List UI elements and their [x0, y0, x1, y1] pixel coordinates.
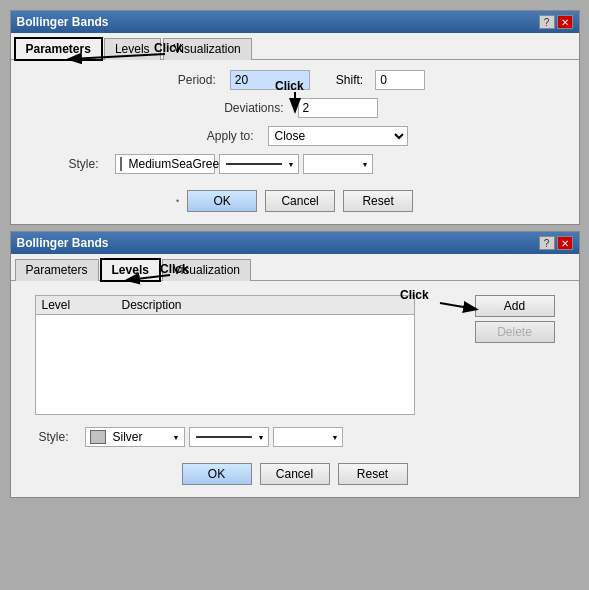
style-row-2: Style: Silver ▼ ▼ ▼ [27, 427, 563, 447]
dialog1-content: Period: Shift: Deviations: Apply to: Clo… [11, 60, 579, 224]
close-button-1[interactable]: ✕ [557, 15, 573, 29]
tab-visualization-2[interactable]: Visualization [162, 259, 251, 281]
levels-header: Level Description [36, 296, 414, 315]
btn-row-1: • OK Cancel Reset [27, 184, 563, 216]
cancel-button-2[interactable]: Cancel [260, 463, 330, 485]
width-chevron-1: ▼ [362, 161, 372, 168]
tab-parameters-2[interactable]: Parameters [15, 259, 99, 281]
line-style-btn-2[interactable]: ▼ [189, 427, 269, 447]
style-row-1: Style: MediumSeaGreen ▼ ▼ ▼ [27, 154, 563, 174]
period-row: Period: Shift: [27, 70, 563, 90]
color-chevron-2: ▼ [173, 434, 180, 441]
ok-button-1[interactable]: OK [187, 190, 257, 212]
reset-button-1[interactable]: Reset [343, 190, 413, 212]
line-preview-2 [196, 436, 252, 438]
line-chevron-1: ▼ [288, 161, 298, 168]
title-bar-controls-2: ? ✕ [539, 236, 573, 250]
tab-parameters-1[interactable]: Parameters [15, 38, 102, 60]
help-button-2[interactable]: ? [539, 236, 555, 250]
deviations-row: Deviations: [27, 98, 563, 118]
line-preview-1 [226, 163, 282, 165]
dialog1-wrapper: Bollinger Bands ? ✕ Parameters Levels Vi… [10, 10, 580, 225]
color-name-2: Silver [113, 430, 143, 444]
reset-button-2[interactable]: Reset [338, 463, 408, 485]
levels-table[interactable]: Level Description [35, 295, 415, 415]
dialog2-title: Bollinger Bands [17, 236, 109, 250]
line-width-btn-1[interactable]: ▼ [303, 154, 373, 174]
period-input[interactable] [230, 70, 310, 90]
add-button[interactable]: Add [475, 295, 555, 317]
cancel-button-1[interactable]: Cancel [265, 190, 335, 212]
tab-bar-1: Parameters Levels Visualization [11, 33, 579, 60]
line-style-btn-1[interactable]: ▼ [219, 154, 299, 174]
delete-button[interactable]: Delete [475, 321, 555, 343]
levels-buttons: Add Delete [475, 295, 555, 423]
tab-bar-2: Parameters Levels Visualization [11, 254, 579, 281]
btn-row-2: OK Cancel Reset [27, 457, 563, 489]
period-label: Period: [164, 73, 224, 87]
shift-label: Shift: [336, 73, 363, 87]
line-chevron-2: ▼ [258, 434, 268, 441]
style-label-2: Style: [27, 430, 77, 444]
dialog1: Bollinger Bands ? ✕ Parameters Levels Vi… [10, 10, 580, 225]
line-width-btn-2[interactable]: ▼ [273, 427, 343, 447]
applyto-row: Apply to: Close Open High Low [27, 126, 563, 146]
tab-levels-1[interactable]: Levels [104, 38, 161, 60]
col-level: Level [42, 298, 122, 312]
close-button-2[interactable]: ✕ [557, 236, 573, 250]
tab-visualization-1[interactable]: Visualization [163, 38, 252, 60]
bullet-1: • [176, 196, 179, 206]
dialog2: Bollinger Bands ? ✕ Parameters Levels Vi… [10, 231, 580, 498]
levels-area: Level Description Add Delete [27, 291, 563, 427]
dialog1-title: Bollinger Bands [17, 15, 109, 29]
style-label-1: Style: [27, 157, 107, 171]
dialog2-wrapper: Bollinger Bands ? ✕ Parameters Levels Vi… [10, 231, 580, 498]
deviations-input[interactable] [298, 98, 378, 118]
color-name-1: MediumSeaGreen [129, 157, 226, 171]
tab-levels-2[interactable]: Levels [101, 259, 160, 281]
title-bar-controls-1: ? ✕ [539, 15, 573, 29]
title-bar-2: Bollinger Bands ? ✕ [11, 232, 579, 254]
ok-button-2[interactable]: OK [182, 463, 252, 485]
help-button-1[interactable]: ? [539, 15, 555, 29]
applyto-label: Apply to: [182, 129, 262, 143]
shift-input[interactable] [375, 70, 425, 90]
color-swatch-1 [120, 157, 122, 171]
color-picker-btn-1[interactable]: MediumSeaGreen ▼ [115, 154, 215, 174]
title-bar-1: Bollinger Bands ? ✕ [11, 11, 579, 33]
deviations-label: Deviations: [212, 101, 292, 115]
col-description: Description [122, 298, 408, 312]
dialog2-content: Level Description Add Delete Style: Silv… [11, 281, 579, 497]
color-swatch-2 [90, 430, 106, 444]
levels-table-container: Level Description [35, 295, 467, 423]
color-picker-btn-2[interactable]: Silver ▼ [85, 427, 185, 447]
width-chevron-2: ▼ [332, 434, 342, 441]
applyto-select[interactable]: Close Open High Low [268, 126, 408, 146]
